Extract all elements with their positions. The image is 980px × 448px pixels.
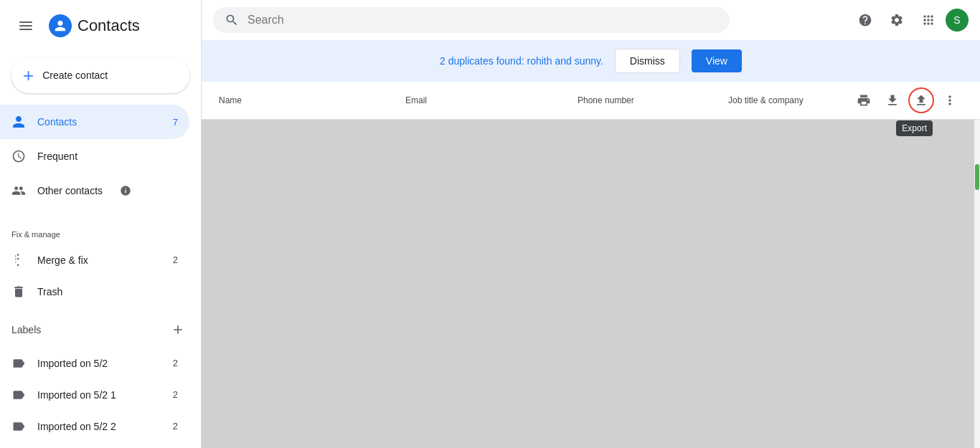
search-bar[interactable] xyxy=(213,7,730,33)
notification-banner: 2 duplicates found: rohith and sunny. Di… xyxy=(202,40,980,82)
frequent-nav-label: Frequent xyxy=(37,151,77,162)
label-item-3[interactable]: Imported on 5/2 2 2 xyxy=(0,411,189,442)
help-button[interactable] xyxy=(851,6,880,34)
col-header-email: Email xyxy=(405,95,578,105)
search-icon xyxy=(225,13,239,27)
sidebar-item-other-contacts[interactable]: Other contacts xyxy=(0,173,189,208)
table-body xyxy=(202,120,974,448)
user-avatar[interactable]: S xyxy=(946,9,969,32)
col-header-job: Job title & company xyxy=(728,95,851,105)
plus-icon: + xyxy=(23,66,34,85)
labels-title: Labels xyxy=(11,324,41,335)
label-count-2: 2 xyxy=(173,389,178,400)
label-item-2[interactable]: Imported on 5/2 1 2 xyxy=(0,379,189,411)
fix-manage-section-title: Fix & manage xyxy=(0,219,201,244)
label-count-3: 2 xyxy=(173,421,178,432)
merge-fix-icon xyxy=(11,253,26,267)
svg-rect-2 xyxy=(19,29,32,30)
sidebar-item-contacts[interactable]: Contacts 7 xyxy=(0,105,189,139)
svg-rect-0 xyxy=(19,22,32,23)
create-contact-label: Create contact xyxy=(42,70,108,81)
app-title: Contacts xyxy=(77,16,140,35)
settings-button[interactable] xyxy=(882,6,911,34)
print-button[interactable] xyxy=(851,87,877,113)
dismiss-button[interactable]: Dismiss xyxy=(615,49,680,73)
notification-text: 2 duplicates found: rohith and sunny. xyxy=(440,55,603,67)
label-name-1: Imported on 5/2 xyxy=(37,358,108,369)
export-tooltip: Export xyxy=(896,120,933,136)
label-name-2: Imported on 5/2 1 xyxy=(37,389,116,401)
merge-fix-label: Merge & fix xyxy=(37,254,88,266)
table-actions: Export xyxy=(851,87,963,113)
add-label-button[interactable] xyxy=(166,318,189,341)
trash-label: Trash xyxy=(37,286,62,297)
other-contacts-nav-label: Other contacts xyxy=(37,185,103,196)
label-item-1[interactable]: Imported on 5/2 2 xyxy=(0,347,189,378)
sidebar-nav: Contacts 7 Frequent Other contacts xyxy=(0,105,201,208)
download-button[interactable] xyxy=(880,87,905,113)
topbar-actions: S xyxy=(851,6,969,34)
scrollbar-thumb[interactable] xyxy=(975,164,979,190)
sidebar-header: Contacts xyxy=(0,6,201,52)
apps-button[interactable] xyxy=(914,6,943,34)
trash-icon xyxy=(11,285,26,299)
label-tag-icon-2 xyxy=(11,388,26,402)
contacts-nav-label: Contacts xyxy=(37,116,77,128)
label-tag-icon-3 xyxy=(11,419,26,434)
label-name-3: Imported on 5/2 2 xyxy=(37,421,116,432)
contacts-nav-count: 7 xyxy=(173,117,178,128)
label-count-1: 2 xyxy=(173,358,178,368)
app-icon xyxy=(49,14,72,37)
svg-rect-1 xyxy=(19,25,32,27)
label-tag-icon-1 xyxy=(11,356,26,371)
labels-header: Labels xyxy=(0,313,201,347)
sidebar-item-merge-fix[interactable]: Merge & fix 2 xyxy=(0,244,189,276)
topbar: S xyxy=(202,0,980,40)
more-actions-button[interactable] xyxy=(937,87,963,113)
other-contacts-info-icon[interactable] xyxy=(120,185,131,196)
frequent-nav-icon xyxy=(11,149,26,163)
sidebar-item-trash[interactable]: Trash xyxy=(0,276,189,308)
table-body-container xyxy=(202,120,980,448)
view-button[interactable]: View xyxy=(692,49,742,72)
scrollbar[interactable] xyxy=(974,120,980,448)
merge-fix-count: 2 xyxy=(173,254,178,265)
sidebar-item-frequent[interactable]: Frequent xyxy=(0,139,189,173)
contacts-nav-icon xyxy=(11,115,26,129)
col-header-phone: Phone number xyxy=(578,95,728,105)
create-contact-button[interactable]: + Create contact xyxy=(11,57,189,93)
export-button[interactable]: Export xyxy=(908,87,934,113)
table-header: Name Email Phone number Job title & comp… xyxy=(202,82,980,120)
main-content: S 2 duplicates found: rohith and sunny. … xyxy=(201,0,980,448)
col-header-name: Name xyxy=(219,95,405,105)
hamburger-button[interactable] xyxy=(11,11,40,40)
other-contacts-nav-icon xyxy=(11,184,26,198)
app-logo: Contacts xyxy=(49,14,140,37)
sidebar: Contacts + Create contact Contacts 7 xyxy=(0,0,201,448)
search-input[interactable] xyxy=(248,14,718,27)
